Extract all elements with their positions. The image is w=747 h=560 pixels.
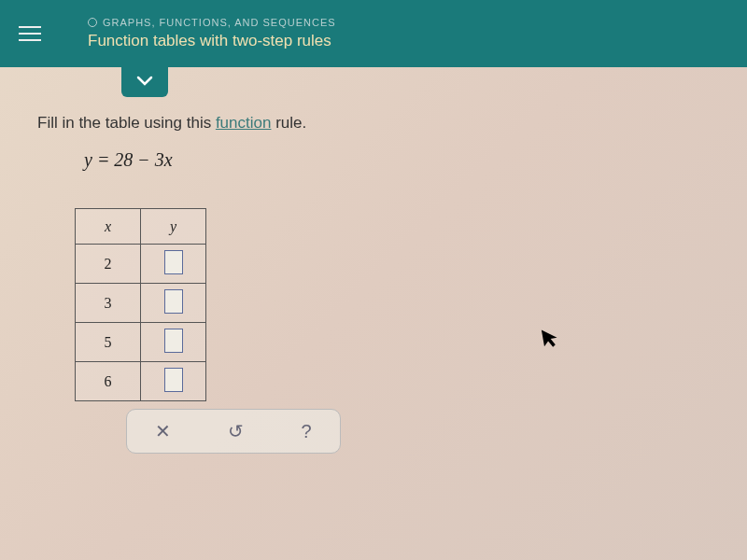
page-title: Function tables with two-step rules xyxy=(88,32,336,50)
y-cell xyxy=(141,362,206,401)
table-row: 5 xyxy=(76,323,206,362)
breadcrumb-label: GRAPHS, FUNCTIONS, AND SEQUENCES xyxy=(103,17,336,28)
instruction-suffix: rule. xyxy=(271,114,306,132)
y-input[interactable] xyxy=(164,329,183,353)
x-cell: 2 xyxy=(76,245,141,284)
clear-button[interactable]: ✕ xyxy=(146,416,180,446)
table-row: 3 xyxy=(76,284,206,323)
app-header: GRAPHS, FUNCTIONS, AND SEQUENCES Functio… xyxy=(0,0,747,67)
breadcrumb: GRAPHS, FUNCTIONS, AND SEQUENCES xyxy=(88,17,336,28)
table-row: 6 xyxy=(76,362,206,401)
chevron-down-icon xyxy=(136,74,153,91)
reset-button[interactable]: ↺ xyxy=(218,416,253,446)
y-cell xyxy=(141,245,206,284)
header-text-block: GRAPHS, FUNCTIONS, AND SEQUENCES Functio… xyxy=(88,17,336,50)
y-cell xyxy=(141,323,206,362)
equation: y = 28 − 3x xyxy=(84,149,710,171)
y-input[interactable] xyxy=(164,289,183,314)
answer-toolbar: ✕ ↺ ? xyxy=(126,409,341,454)
instruction-text: Fill in the table using this function ru… xyxy=(37,114,710,133)
table-header-row: x y xyxy=(76,209,206,245)
function-table: x y 2 3 5 6 xyxy=(75,208,206,401)
function-link[interactable]: function xyxy=(216,114,272,132)
col-header-x: x xyxy=(76,209,141,245)
menu-icon[interactable] xyxy=(19,26,41,41)
col-header-y: y xyxy=(141,209,206,245)
content-area: Fill in the table using this function ru… xyxy=(0,67,747,472)
y-input[interactable] xyxy=(164,250,183,274)
y-input[interactable] xyxy=(164,368,183,392)
x-cell: 6 xyxy=(76,362,141,401)
x-cell: 5 xyxy=(76,323,141,362)
circle-icon xyxy=(88,18,97,27)
instruction-prefix: Fill in the table using this xyxy=(37,114,216,132)
help-button[interactable]: ? xyxy=(291,417,320,446)
dropdown-tab[interactable] xyxy=(121,67,168,97)
table-row: 2 xyxy=(76,245,206,284)
y-cell xyxy=(141,284,206,323)
function-table-wrap: x y 2 3 5 6 ✕ ↺ ? xyxy=(75,208,710,454)
x-cell: 3 xyxy=(76,284,141,323)
